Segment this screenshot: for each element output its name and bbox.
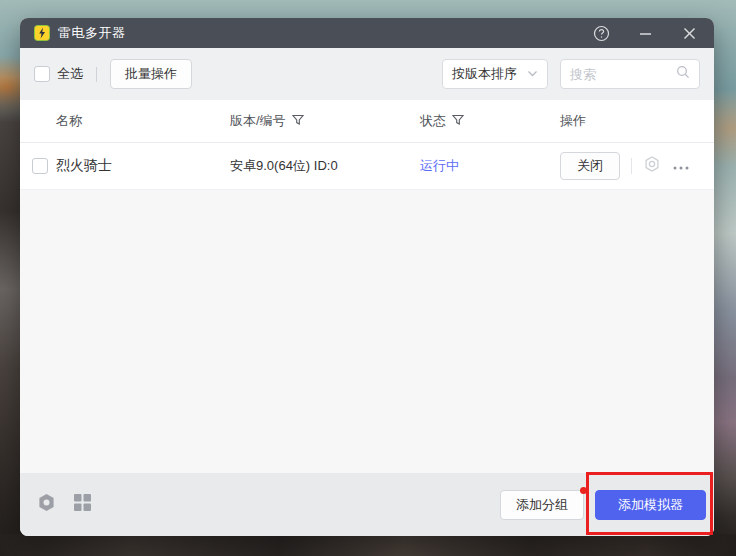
column-action: 操作 (560, 112, 714, 130)
empty-list-area (20, 190, 714, 473)
table-header: 名称 版本/编号 状态 操作 (20, 100, 714, 143)
actions-divider (631, 158, 632, 174)
titlebar: 雷电多开器 (20, 18, 714, 48)
notification-dot (580, 487, 587, 494)
sort-dropdown-value: 按版本排序 (452, 65, 517, 83)
status-filter-icon[interactable] (452, 114, 464, 129)
toolbar-divider (96, 67, 97, 82)
more-options-icon[interactable] (672, 157, 690, 175)
toolbar: 全选 批量操作 按版本排序 (20, 48, 714, 100)
search-input[interactable] (570, 67, 670, 82)
sort-dropdown[interactable]: 按版本排序 (442, 59, 548, 89)
add-group-button[interactable]: 添加分组 (500, 490, 584, 520)
search-icon[interactable] (676, 65, 690, 83)
instance-name: 烈火骑士 (56, 157, 230, 175)
row-actions: 关闭 (560, 152, 714, 180)
instance-version: 安卓9.0(64位) ID:0 (230, 157, 420, 175)
help-icon[interactable] (590, 22, 612, 44)
select-all-label: 全选 (57, 65, 83, 83)
stop-instance-button[interactable]: 关闭 (560, 152, 620, 180)
app-window: 雷电多开器 全选 批量操作 按版本排序 (20, 18, 714, 536)
column-status: 状态 (420, 112, 560, 130)
column-version: 版本/编号 (230, 112, 420, 130)
window-title: 雷电多开器 (58, 24, 126, 42)
search-box (560, 59, 700, 89)
minimize-icon[interactable] (634, 22, 656, 44)
app-logo-icon (34, 25, 50, 41)
add-emulator-button[interactable]: 添加模拟器 (595, 490, 706, 520)
row-checkbox[interactable] (32, 158, 48, 174)
table-row: 烈火骑士 安卓9.0(64位) ID:0 运行中 关闭 (20, 143, 714, 190)
column-name: 名称 (56, 112, 230, 130)
global-settings-icon[interactable] (36, 492, 57, 517)
instance-settings-icon[interactable] (643, 155, 661, 177)
close-icon[interactable] (678, 22, 700, 44)
version-filter-icon[interactable] (292, 114, 304, 129)
instance-status: 运行中 (420, 157, 560, 175)
select-all-checkbox[interactable] (34, 66, 50, 82)
chevron-down-icon (527, 67, 538, 82)
batch-operations-button[interactable]: 批量操作 (110, 59, 192, 89)
footer-bar: 添加分组 添加模拟器 (20, 473, 714, 536)
multi-instance-grid-icon[interactable] (73, 493, 92, 516)
